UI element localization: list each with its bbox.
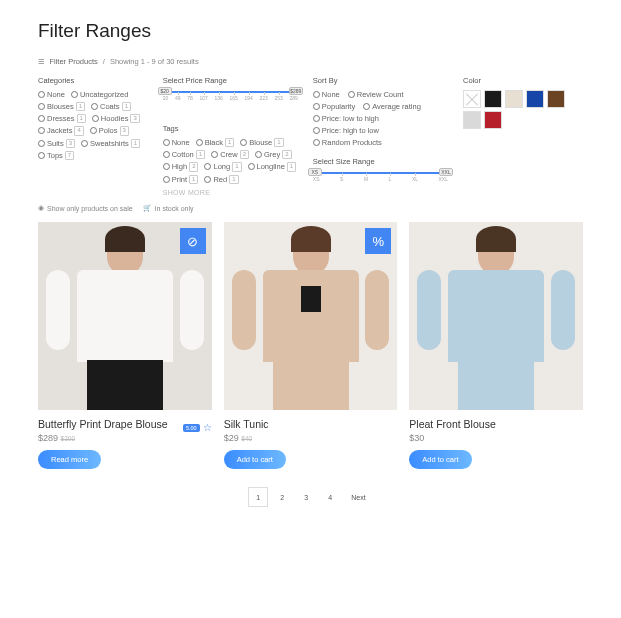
breadcrumb: ≡ Filter Products / Showing 1 - 9 of 30 … [38,56,583,67]
sale-badge: % [365,228,391,254]
color-swatch[interactable] [547,90,565,108]
product-image[interactable] [409,222,583,410]
category-option[interactable]: Uncategorized [71,90,128,99]
color-swatch[interactable] [505,90,523,108]
tag-option[interactable]: Black1 [196,138,235,147]
filter-icon[interactable]: ≡ [38,56,44,67]
product-price: $30 [409,433,583,443]
tag-option[interactable]: Longline1 [248,162,297,171]
color-swatch[interactable] [526,90,544,108]
product-price: $289 $300 [38,433,212,443]
category-option[interactable]: Hoodies3 [92,114,140,123]
sort-option[interactable]: Random Products [313,138,382,147]
add-to-cart-button[interactable]: Add to cart [409,450,471,469]
price-max-handle[interactable]: $289 [289,87,303,95]
sort-option[interactable]: Price: high to low [313,126,379,135]
cart-icon: 🛒 [143,204,152,212]
category-option[interactable]: Coats1 [91,102,131,111]
category-option[interactable]: Suits3 [38,139,75,148]
size-min-handle[interactable]: XS [308,168,322,176]
product-image[interactable]: % [224,222,398,410]
show-more-link[interactable]: SHOW MORE [163,189,298,196]
product-card: Pleat Front Blouse$30Add to cart [409,222,583,469]
sort-heading: Sort By [313,76,448,85]
tag-option[interactable]: Print1 [163,175,199,184]
page-1[interactable]: 1 [248,487,268,507]
results-count: Showing 1 - 9 of 30 results [110,57,199,66]
category-option[interactable]: Tops7 [38,151,74,160]
tag-option[interactable]: Red1 [204,175,238,184]
category-option[interactable]: None [38,90,65,99]
category-option[interactable]: Sweatshirts1 [81,139,140,148]
page-2[interactable]: 2 [272,487,292,507]
categories-heading: Categories [38,76,148,85]
tags-heading: Tags [163,124,298,133]
in-stock-toggle[interactable]: 🛒In stock only [143,204,194,212]
tag-option[interactable]: None [163,138,190,147]
price-heading: Select Price Range [163,76,298,85]
next-page[interactable]: Next [344,487,372,507]
category-option[interactable]: Polos3 [90,126,129,135]
sort-option[interactable]: Popularity [313,102,355,111]
size-max-handle[interactable]: XXL [439,168,453,176]
tag-icon: ◉ [38,204,44,212]
tag-option[interactable]: High2 [163,162,199,171]
category-option[interactable]: Blouses1 [38,102,85,111]
color-swatch[interactable] [463,90,481,108]
color-swatch[interactable] [484,111,502,129]
page-4[interactable]: 4 [320,487,340,507]
breadcrumb-sep: / [103,57,105,66]
tag-option[interactable]: Grey2 [255,150,292,159]
filter-products-link[interactable]: Filter Products [49,57,97,66]
product-card: %Silk Tunic$29 $40Add to cart [224,222,398,469]
product-card: ⊘Butterfly Print Drape Blouse$289 $3005.… [38,222,212,469]
size-slider[interactable]: XS XXL XSSMLXLXXL [313,171,448,197]
sort-option[interactable]: Price: low to high [313,114,379,123]
product-rating: 5.00☆ [183,422,212,433]
product-image[interactable]: ⊘ [38,222,212,410]
color-swatch[interactable] [484,90,502,108]
sort-option[interactable]: Average rating [363,102,421,111]
tag-option[interactable]: Long1 [204,162,241,171]
tag-option[interactable]: Blouse1 [240,138,283,147]
price-slider[interactable]: $20 $289 204978107136165194223253289 [163,90,298,116]
add-to-cart-button[interactable]: Add to cart [224,450,286,469]
sort-option[interactable]: Review Count [348,90,404,99]
size-heading: Select Size Range [313,157,448,166]
sale-only-toggle[interactable]: ◉Show only products on sale [38,204,133,212]
read-more-button[interactable]: Read more [38,450,101,469]
soldout-badge: ⊘ [180,228,206,254]
sort-option[interactable]: None [313,90,340,99]
page-3[interactable]: 3 [296,487,316,507]
star-icon: ☆ [203,422,212,433]
color-swatch[interactable] [463,111,481,129]
tag-option[interactable]: Cotton1 [163,150,205,159]
tag-option[interactable]: Crew2 [211,150,249,159]
product-title[interactable]: Pleat Front Blouse [409,418,583,430]
page-title: Filter Ranges [38,20,583,42]
color-heading: Color [463,76,583,85]
product-price: $29 $40 [224,433,398,443]
category-option[interactable]: Dresses1 [38,114,86,123]
category-option[interactable]: Jackets4 [38,126,84,135]
product-title[interactable]: Silk Tunic [224,418,398,430]
